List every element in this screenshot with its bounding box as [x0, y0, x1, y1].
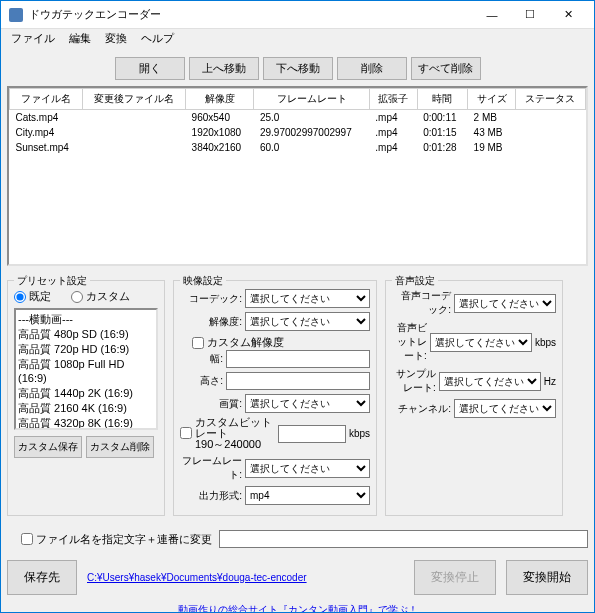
titlebar: ドウガテックエンコーダー — ☐ ✕ [1, 1, 594, 29]
channel-select[interactable]: 選択してください [454, 399, 556, 418]
col-header[interactable]: ファイル名 [10, 89, 83, 110]
savepath-link[interactable]: C:¥Users¥hasek¥Documents¥douga-tec-encod… [87, 572, 307, 583]
custom-res-check[interactable] [192, 337, 204, 349]
menu-bar: ファイル 編集 変換 ヘルプ [1, 29, 594, 49]
rename-check[interactable] [21, 533, 33, 545]
start-button[interactable]: 変換開始 [506, 560, 588, 595]
col-header[interactable]: 拡張子 [369, 89, 417, 110]
codec-select[interactable]: 選択してください [245, 289, 370, 308]
width-input[interactable] [226, 350, 370, 368]
col-header[interactable]: フレームレート [254, 89, 369, 110]
audio-codec-select[interactable]: 選択してください [454, 294, 556, 313]
radio-default[interactable]: 既定 [14, 289, 51, 304]
promo-link[interactable]: 動画作りの総合サイト『カンタン動画入門』で学ぶ！ [7, 603, 588, 612]
rename-input[interactable] [219, 530, 588, 548]
window-title: ドウガテックエンコーダー [29, 7, 474, 22]
menu-file[interactable]: ファイル [5, 29, 61, 49]
minimize-button[interactable]: — [474, 3, 510, 27]
height-input[interactable] [226, 372, 370, 390]
samplerate-select[interactable]: 選択してください [439, 372, 541, 391]
deleteall-button[interactable]: すべて削除 [411, 57, 481, 80]
table-row[interactable]: City.mp41920x108029.97002997002997.mp40:… [10, 125, 586, 140]
open-button[interactable]: 開く [115, 57, 185, 80]
col-header[interactable]: ステータス [515, 89, 585, 110]
preset-group: プリセット設定 既定 カスタム ---横動画---高品質 480p SD (16… [7, 280, 165, 516]
maximize-button[interactable]: ☐ [512, 3, 548, 27]
file-table[interactable]: ファイル名変更後ファイル名解像度フレームレート拡張子時間サイズステータス Cat… [7, 86, 588, 266]
custom-bitrate-check[interactable] [180, 427, 192, 439]
resolution-select[interactable]: 選択してください [245, 312, 370, 331]
menu-help[interactable]: ヘルプ [135, 29, 180, 49]
custom-delete-button[interactable]: カスタム削除 [86, 436, 154, 458]
table-row[interactable]: Cats.mp4960x54025.0.mp40:00:112 MB [10, 110, 586, 126]
preset-item[interactable]: 高品質 2160 4K (16:9) [18, 401, 154, 416]
custom-save-button[interactable]: カスタム保存 [14, 436, 82, 458]
bitrate-input[interactable] [278, 425, 346, 443]
col-header[interactable]: 変更後ファイル名 [82, 89, 185, 110]
preset-item[interactable]: 高品質 480p SD (16:9) [18, 327, 154, 342]
menu-edit[interactable]: 編集 [63, 29, 97, 49]
quality-select[interactable]: 選択してください [245, 394, 370, 413]
audio-group: 音声設定 音声コーデック:選択してください 音声ビットレート:選択してくださいk… [385, 280, 563, 516]
audio-bitrate-select[interactable]: 選択してください [430, 333, 532, 352]
format-select[interactable]: mp4 [245, 486, 370, 505]
close-button[interactable]: ✕ [550, 3, 586, 27]
table-row[interactable]: Sunset.mp43840x216060.0.mp40:01:2819 MB [10, 140, 586, 155]
preset-item[interactable]: 高品質 4320p 8K (16:9) [18, 416, 154, 430]
preset-item[interactable]: 高品質 1440p 2K (16:9) [18, 386, 154, 401]
moveup-button[interactable]: 上へ移動 [189, 57, 259, 80]
col-header[interactable]: 解像度 [186, 89, 254, 110]
preset-item[interactable]: 高品質 1080p Full HD (16:9) [18, 357, 154, 387]
framerate-select[interactable]: 選択してください [245, 459, 370, 478]
radio-custom[interactable]: カスタム [71, 289, 130, 304]
video-group: 映像設定 コーデック:選択してください 解像度:選択してください カスタム解像度… [173, 280, 377, 516]
stop-button[interactable]: 変換停止 [414, 560, 496, 595]
col-header[interactable]: サイズ [468, 89, 516, 110]
preset-list[interactable]: ---横動画---高品質 480p SD (16:9)高品質 720p HD (… [14, 308, 158, 430]
menu-convert[interactable]: 変換 [99, 29, 133, 49]
preset-item[interactable]: 高品質 720p HD (16:9) [18, 342, 154, 357]
col-header[interactable]: 時間 [417, 89, 467, 110]
movedown-button[interactable]: 下へ移動 [263, 57, 333, 80]
delete-button[interactable]: 削除 [337, 57, 407, 80]
savedir-button[interactable]: 保存先 [7, 560, 77, 595]
app-icon [9, 8, 23, 22]
